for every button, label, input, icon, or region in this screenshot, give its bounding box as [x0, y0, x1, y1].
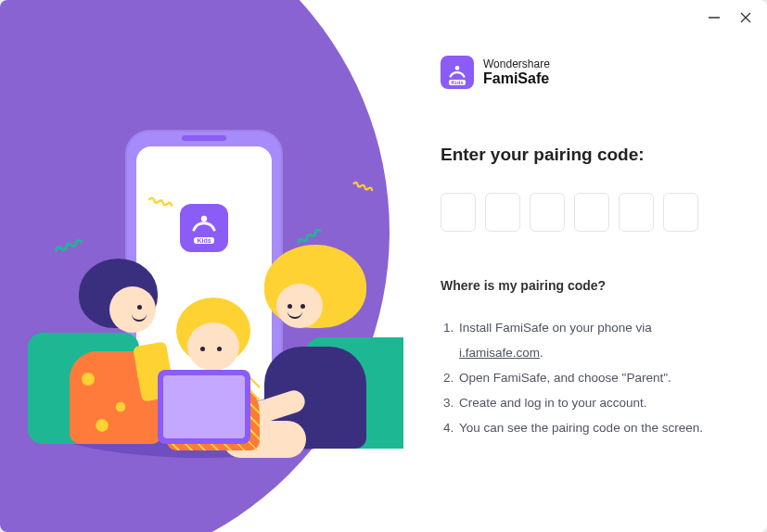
pairing-code-inputs — [441, 193, 730, 232]
svg-point-4 — [455, 66, 460, 70]
app-window: Kids 〰 〰 〰 〰 — [0, 0, 767, 532]
famisafe-app-icon: Kids — [180, 204, 228, 252]
famisafe-link[interactable]: i.famisafe.com — [459, 346, 540, 360]
window-controls — [706, 9, 754, 26]
pairing-code-digit-2[interactable] — [485, 193, 520, 232]
brand-badge: Kids — [449, 80, 465, 85]
app-icon-badge: Kids — [194, 237, 213, 244]
minimize-icon — [708, 11, 721, 24]
pairing-code-digit-1[interactable] — [441, 193, 476, 232]
pairing-code-digit-5[interactable] — [619, 193, 654, 232]
pairing-code-digit-4[interactable] — [574, 193, 609, 232]
close-icon — [739, 11, 752, 24]
instruction-step-1: Install FamiSafe on your phone via i.fam… — [457, 315, 730, 365]
page-title: Enter your pairing code: — [441, 145, 730, 165]
person-left — [28, 259, 176, 444]
brand-line2: FamiSafe — [483, 70, 550, 87]
instruction-step-4: You can see the pairing code on the scre… — [457, 415, 730, 440]
brand-line1: Wondershare — [483, 58, 550, 70]
pairing-code-digit-6[interactable] — [663, 193, 698, 232]
instruction-step-3: Create and log in to your account. — [457, 390, 730, 415]
illustration-panel: Kids 〰 〰 〰 〰 — [0, 0, 403, 532]
instruction-step-2: Open FamiSafe, and choose "Parent". — [457, 365, 730, 390]
svg-point-3 — [201, 215, 207, 221]
minimize-button[interactable] — [706, 9, 722, 26]
instructions-list: Install FamiSafe on your phone via i.fam… — [441, 315, 730, 440]
pairing-code-digit-3[interactable] — [530, 193, 565, 232]
tablet-illustration — [158, 370, 250, 444]
brand: Kids Wondershare FamiSafe — [441, 56, 730, 89]
person-right — [260, 254, 403, 449]
help-heading: Where is my pairing code? — [441, 278, 730, 293]
close-button[interactable] — [737, 9, 754, 26]
brand-logo-icon: Kids — [441, 56, 474, 89]
content-panel: Kids Wondershare FamiSafe Enter your pai… — [403, 0, 767, 532]
